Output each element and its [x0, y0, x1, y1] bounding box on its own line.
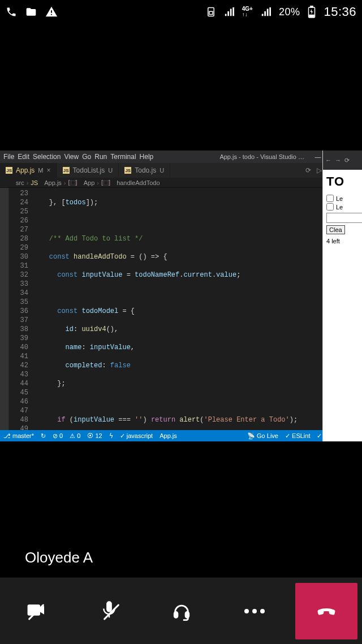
status-errors[interactable]: ⊘ 0	[53, 432, 63, 440]
folder-icon	[25, 6, 37, 18]
more-options-button[interactable]	[218, 578, 291, 644]
network-label: 4G+↑↓	[242, 6, 253, 18]
tab-todo-js[interactable]: JS Todo.js U	[119, 163, 170, 178]
breadcrumb[interactable]: src› JS App.js› [⬚] App› [⬚] handleAddTo…	[0, 178, 362, 188]
menu-run[interactable]: Run	[94, 153, 107, 161]
js-file-icon: JS	[63, 167, 70, 174]
battery-icon	[308, 6, 316, 18]
vscode-status-bar: ⎇ master* ↻ ⊘ 0 ⚠ 0 ⦿ 12 ϟ ✓ javascript …	[0, 430, 362, 441]
call-controls	[0, 577, 362, 644]
run-icon[interactable]: ▷	[317, 166, 322, 174]
js-file-icon: JS	[124, 167, 131, 174]
window-title: App.js - todo - Visual Studio …	[219, 153, 304, 160]
sim-icon	[206, 6, 216, 18]
android-status-bar: 4G+↑↓ 20% 15:36	[0, 0, 362, 24]
svg-rect-1	[209, 11, 213, 14]
git-sync-icon[interactable]: ↻	[41, 432, 46, 440]
menu-terminal[interactable]: Terminal	[110, 153, 136, 161]
menu-go[interactable]: Go	[82, 153, 91, 161]
todo-input[interactable]	[326, 213, 362, 223]
svg-rect-6	[186, 612, 189, 617]
caller-name: Oloyede A	[25, 549, 93, 566]
menu-selection[interactable]: Selection	[33, 153, 61, 161]
activity-bar[interactable]	[0, 188, 9, 430]
status-golive[interactable]: 📡 Go Live	[247, 432, 278, 440]
line-gutter: 23 24 25 26 27 28 29 30 31 32 33 34 35 3…	[9, 188, 33, 430]
svg-rect-5	[175, 612, 178, 617]
menu-edit[interactable]: Edit	[18, 153, 29, 161]
status-warnings[interactable]: ⚠ 0	[70, 432, 80, 440]
phone-icon	[6, 6, 17, 18]
tab-todolist-js[interactable]: JS TodoList.js U	[57, 163, 119, 178]
checkbox-2[interactable]	[326, 203, 334, 211]
svg-point-8	[252, 609, 257, 613]
left-count: 4 left	[326, 238, 362, 244]
open-changes-icon[interactable]: ⟳	[305, 166, 311, 174]
clear-button[interactable]: Clea	[326, 225, 345, 234]
page-title: TO	[326, 174, 362, 189]
tab-close-icon[interactable]: ×	[47, 166, 51, 174]
checkbox-1[interactable]	[326, 195, 334, 202]
code-content[interactable]: }, [todos]); /** Add Todo to list */ con…	[33, 188, 343, 430]
signal-icon	[224, 7, 234, 17]
svg-rect-4	[309, 15, 314, 18]
status-file[interactable]: App.js	[160, 432, 177, 439]
tab-app-js[interactable]: JS App.js M ×	[0, 163, 57, 178]
vscode-menu-bar: File Edit Selection View Go Run Terminal…	[0, 151, 362, 163]
hangup-button[interactable]	[295, 583, 357, 639]
screen-share-region: File Edit Selection View Go Run Terminal…	[0, 151, 362, 441]
menu-view[interactable]: View	[64, 153, 79, 161]
browser-preview: ← → ⟳ TO Le Le Clea 4 left	[322, 151, 362, 441]
reload-icon[interactable]: ⟳	[344, 157, 350, 164]
browser-toolbar: ← → ⟳	[323, 151, 362, 170]
menu-help[interactable]: Help	[140, 153, 154, 161]
status-live-icon[interactable]: ϟ	[109, 432, 113, 440]
menu-file[interactable]: File	[3, 153, 14, 161]
svg-rect-3	[311, 6, 313, 8]
forward-icon[interactable]: →	[335, 157, 341, 164]
signal-icon-2	[261, 7, 271, 17]
battery-pct: 20%	[279, 6, 300, 18]
device-settings-button[interactable]	[145, 578, 218, 644]
warning-icon	[45, 6, 58, 18]
svg-point-9	[260, 609, 265, 613]
git-branch[interactable]: ⎇ master*	[3, 432, 34, 440]
status-eslint[interactable]: ✓ ESLint	[285, 432, 310, 440]
clock: 15:36	[324, 5, 356, 19]
svg-point-7	[244, 609, 249, 613]
code-editor[interactable]: 23 24 25 26 27 28 29 30 31 32 33 34 35 3…	[0, 188, 362, 430]
status-ports[interactable]: ⦿ 12	[87, 432, 102, 439]
camera-off-button[interactable]	[0, 578, 73, 644]
mic-off-button[interactable]	[73, 578, 146, 644]
back-icon[interactable]: ←	[325, 157, 331, 164]
editor-tabs: JS App.js M × JS TodoList.js U JS Todo.j…	[0, 163, 362, 178]
js-file-icon: JS	[6, 167, 12, 174]
status-lang[interactable]: ✓ javascript	[120, 432, 153, 440]
list-item: Le	[326, 195, 362, 202]
list-item: Le	[326, 203, 362, 211]
